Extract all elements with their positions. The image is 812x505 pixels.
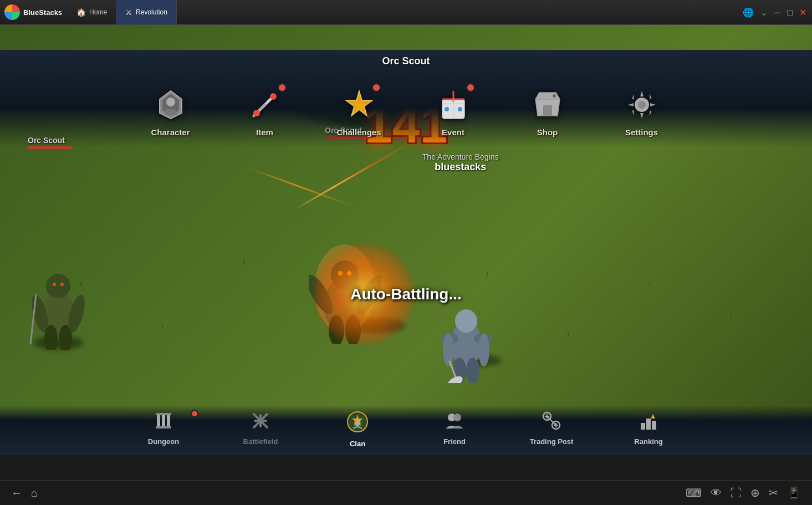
- event-icon-wrap: [434, 85, 473, 124]
- challenges-icon-wrap: [340, 85, 379, 124]
- svg-point-8: [60, 283, 64, 286]
- svg-point-1: [46, 274, 70, 298]
- battlefield-label: Battlefield: [243, 437, 278, 446]
- svg-rect-53: [167, 413, 170, 429]
- bs-bottom-left: ← ⌂: [0, 487, 38, 499]
- event-badge: [466, 83, 475, 92]
- ranking-icon: [639, 411, 658, 435]
- game-botnav: Dungeon Battlefield Clan F: [0, 405, 812, 455]
- back-button[interactable]: ←: [11, 487, 22, 499]
- keyboard-icon[interactable]: ⌨: [686, 486, 702, 499]
- friend-icon: [445, 411, 464, 435]
- game-area[interactable]: 141 The Adventure Begins bluestacks Orc …: [0, 25, 812, 455]
- window-controls: 🌐 ⌄ ─ □ ✕: [743, 7, 806, 18]
- character-label: Character: [151, 127, 190, 137]
- nav-event[interactable]: Event: [406, 85, 501, 141]
- minimize-button[interactable]: ─: [774, 7, 780, 17]
- bot-nav-trading[interactable]: Trading Post: [503, 411, 600, 451]
- svg-point-45: [458, 107, 462, 111]
- orc-left-character: [28, 250, 89, 350]
- svg-rect-67: [641, 423, 645, 430]
- adventure-player: bluestacks: [422, 161, 499, 173]
- challenges-label: Challenges: [336, 127, 381, 137]
- svg-point-26: [466, 358, 479, 383]
- svg-point-38: [355, 100, 364, 109]
- phone-icon[interactable]: 📱: [787, 486, 801, 499]
- svg-point-31: [166, 98, 175, 106]
- friend-label: Friend: [443, 437, 466, 446]
- nav-character[interactable]: Character: [124, 85, 218, 141]
- clan-label: Clan: [350, 440, 365, 448]
- svg-marker-32: [164, 109, 177, 115]
- svg-line-66: [547, 416, 556, 425]
- bot-nav-dungeon[interactable]: Dungeon: [115, 411, 212, 451]
- svg-rect-46: [543, 105, 552, 116]
- svg-point-47: [553, 94, 556, 98]
- shop-label: Shop: [537, 127, 558, 137]
- svg-rect-54: [156, 413, 171, 415]
- svg-rect-52: [162, 413, 165, 429]
- event-label: Event: [442, 127, 464, 137]
- svg-point-20: [455, 309, 477, 333]
- item-icon-wrap: [246, 85, 284, 124]
- svg-point-44: [445, 107, 449, 111]
- bs-bottom-right: ⌨ 👁 ⛶ ⊕ ✂ 📱: [686, 486, 801, 499]
- home-button[interactable]: ⌂: [31, 487, 38, 499]
- auto-battling-text: Auto-Battling...: [350, 285, 462, 303]
- resize-icon[interactable]: ⛶: [731, 487, 742, 499]
- location-icon[interactable]: ⊕: [750, 486, 760, 499]
- tab-home[interactable]: 🏠 Home: [68, 0, 116, 24]
- svg-rect-69: [652, 421, 656, 430]
- svg-point-23: [443, 333, 454, 366]
- event-icon: [434, 85, 473, 124]
- nav-settings[interactable]: Settings: [595, 85, 689, 141]
- item-label: Item: [256, 127, 273, 137]
- character-icon-wrap: [151, 85, 190, 124]
- nav-item[interactable]: Item: [218, 85, 312, 141]
- svg-point-35: [270, 93, 277, 100]
- settings-bs-icon: ⌄: [760, 7, 768, 18]
- nav-shop[interactable]: Shop: [501, 85, 595, 141]
- settings-label: Settings: [625, 127, 658, 137]
- item-icon: [246, 85, 284, 124]
- shop-icon-wrap: [528, 85, 567, 124]
- dungeon-icon: [154, 411, 173, 435]
- svg-point-36: [253, 110, 260, 116]
- scissors-icon[interactable]: ✂: [769, 486, 778, 499]
- nav-challenges[interactable]: Challenges: [312, 85, 406, 141]
- orc-left-svg: [28, 250, 89, 350]
- svg-point-24: [478, 333, 489, 366]
- challenges-badge: [372, 83, 381, 92]
- adventure-info: The Adventure Begins bluestacks: [422, 152, 499, 173]
- tabs-area: 🏠 Home ⚔ Revolution: [68, 0, 177, 24]
- bottom-nav-items: Dungeon Battlefield Clan F: [115, 411, 697, 451]
- orc-scout-top-label: Orc Scout: [382, 55, 430, 67]
- top-nav-items: Character Item: [124, 85, 689, 141]
- titlebar: BlueStacks 🏠 Home ⚔ Revolution 🌐 ⌄ ─ □ ✕: [0, 0, 812, 25]
- network-icon: 🌐: [743, 7, 754, 18]
- bs-bottombar: ← ⌂ ⌨ 👁 ⛶ ⊕ ✂ 📱: [0, 480, 812, 505]
- ranking-label: Ranking: [634, 437, 662, 446]
- svg-point-7: [53, 283, 56, 286]
- trading-post-label: Trading Post: [530, 437, 574, 446]
- item-badge: [278, 83, 287, 92]
- bluestacks-logo-icon: [4, 4, 20, 20]
- game-topnav: Orc Scout Character Item: [0, 50, 812, 147]
- trading-icon: [542, 411, 561, 435]
- settings-icon: [622, 85, 661, 124]
- bot-nav-clan[interactable]: Clan: [309, 411, 406, 451]
- tab-revolution-label: Revolution: [136, 8, 167, 16]
- tab-revolution[interactable]: ⚔ Revolution: [116, 0, 177, 24]
- svg-marker-70: [651, 414, 655, 419]
- close-button[interactable]: ✕: [799, 7, 806, 18]
- settings-icon-wrap: [622, 85, 661, 124]
- bot-nav-friend[interactable]: Friend: [406, 411, 503, 451]
- eye-slash-icon[interactable]: 👁: [711, 487, 722, 499]
- bot-nav-ranking[interactable]: Ranking: [600, 411, 697, 451]
- maximize-button[interactable]: □: [787, 7, 793, 17]
- shop-icon: [528, 85, 567, 124]
- character-icon: [151, 85, 190, 124]
- svg-rect-55: [156, 426, 171, 429]
- tab-home-label: Home: [89, 8, 107, 16]
- bot-nav-battlefield[interactable]: Battlefield: [212, 411, 309, 451]
